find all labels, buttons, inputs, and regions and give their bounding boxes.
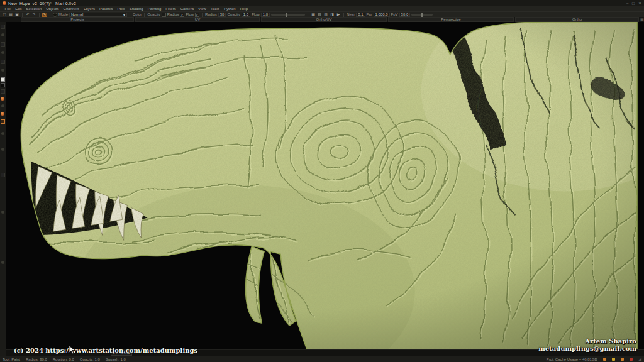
toolbar-separator [343,13,344,17]
tab-projects[interactable]: Projects [21,17,134,22]
swatch-library-icon[interactable] [1,119,5,124]
toolbar-separator [308,13,308,17]
resize-grip-icon[interactable]: ◢ [638,356,641,362]
tool-icon[interactable] [1,25,5,29]
paint-viewport[interactable] [6,22,644,349]
brush-slider[interactable] [271,14,305,16]
flow-label: Flow [252,13,260,16]
symmetry-icon[interactable]: ◨ [330,13,335,17]
mode-label: Mode [58,13,68,16]
layout-grid-icon[interactable]: ▦ [640,17,644,22]
mari-application-window: New_Hope_v2_60(7)* - Mari 6.0v2 – ▢ ✕ Fi… [0,0,644,362]
menu-file[interactable]: File [3,6,13,11]
tab-perspective[interactable]: Perspective [388,17,514,22]
jitter-radius-checkbox[interactable]: ✓ [180,13,184,17]
status-radius: Radius: 30.0 [26,358,47,361]
menu-edit[interactable]: Edit [13,6,24,11]
palette-icon[interactable] [1,97,4,101]
flow-field[interactable]: 1.0 [261,13,270,17]
status-bar: Tool: Paint Radius: 30.0 Rotation: 0.0 O… [0,356,644,362]
brush-tip-swatch[interactable] [53,13,57,17]
menu-tools[interactable]: Tools [208,6,221,11]
color-button[interactable]: Color [133,13,142,16]
jitter-opacity-checkbox[interactable] [162,13,166,17]
near-field[interactable]: 0.1 [356,13,365,17]
near-label: Near [347,13,355,16]
close-button[interactable]: ✕ [638,0,641,6]
menu-view[interactable]: View [196,6,209,11]
menu-python[interactable]: Python [221,6,238,11]
menu-camera[interactable]: Camera [178,6,196,11]
fov-label: FoV [391,13,398,16]
blend-mode-select[interactable]: Normal ▾ [69,13,127,17]
toolbar-separator [202,13,203,17]
tool-icon[interactable] [1,173,5,177]
projection-mode-icon[interactable]: ▦ [311,13,316,17]
tool-icon[interactable] [1,148,4,151]
artist-email: metadumplings@gmail.com [538,345,636,353]
title-bar: New_Hope_v2_60(7)* - Mari 6.0v2 – ▢ ✕ [0,0,644,6]
left-tool-strip [0,22,6,356]
tool-icon[interactable] [1,60,5,64]
toolbar-separator [144,13,145,17]
menu-bar: File Edit Selection Objects Channels Lay… [0,6,644,11]
swap-colors-icon[interactable] [1,89,5,94]
tool-icon[interactable] [1,104,4,107]
new-project-icon[interactable]: ▢ [2,13,7,17]
radius-field[interactable]: 30 [218,13,226,17]
maximize-button[interactable]: ▢ [631,0,635,6]
paint-through-icon[interactable]: ▧ [317,13,322,17]
background-color-swatch[interactable] [1,83,5,87]
radius-label: Radius [205,13,217,16]
tool-icon[interactable] [1,51,4,54]
mari-app-icon [3,1,6,5]
window-title: New_Hope_v2_60(7)* - Mari 6.0v2 [8,1,76,6]
tab-ortho[interactable]: Ortho [515,17,639,22]
tool-icon[interactable] [1,33,4,36]
undo-icon[interactable]: ↶ [25,13,30,17]
paint-tool-icon[interactable]: ✎ [42,13,47,17]
tool-icon[interactable] [1,69,4,72]
menu-layers[interactable]: Layers [81,6,97,11]
view-tab-bar: Projects UV Ortho/UV Perspective Ortho ▦ [0,17,644,22]
color-picker-icon[interactable] [1,112,4,116]
fov-field[interactable]: 30.0 [399,13,411,17]
tab-uv[interactable]: UV [135,17,260,22]
jitter-flow-label: Flow [186,13,194,16]
tool-icon[interactable] [1,211,4,214]
menu-selection[interactable]: Selection [24,6,44,11]
tab-ortho-uv[interactable]: Ortho/UV [261,17,387,22]
fov-slider[interactable] [411,14,433,16]
menu-painting[interactable]: Painting [145,6,164,11]
tool-icon[interactable] [1,42,5,47]
save-icon[interactable]: ▣ [14,13,19,17]
menu-channels[interactable]: Channels [61,6,81,11]
foreground-color-swatch[interactable] [1,77,5,82]
tool-icon[interactable] [1,261,4,264]
menu-shading[interactable]: Shading [127,6,145,11]
status-rotation: Rotation: 0.0 [53,358,74,361]
menu-patches[interactable]: Patches [97,6,115,11]
status-indicator [603,358,606,361]
paint-buffer-icon[interactable]: ▨ [323,13,328,17]
tool-icon[interactable] [1,132,4,135]
minimize-button[interactable]: – [626,0,628,6]
opacity-field[interactable]: 1.0 [242,13,250,17]
open-project-icon[interactable]: ▤ [8,13,13,17]
menu-ptex[interactable]: Ptex [115,6,127,11]
jitter-flow-checkbox[interactable]: ✓ [195,13,199,17]
menu-filters[interactable]: Filters [164,6,178,11]
menu-objects[interactable]: Objects [44,6,61,11]
opacity-label: Opacity [227,13,240,16]
far-label: Far [367,13,372,16]
menu-help[interactable]: Help [238,6,250,11]
play-icon[interactable]: ▶ [336,13,341,17]
status-indicator [621,358,624,361]
creature-artwork [6,22,644,349]
redo-icon[interactable]: ↷ [31,13,36,17]
far-field[interactable]: 1,000.0 [374,13,390,17]
artist-watermark: Artem Shapiro metadumplings@gmail.com [538,337,636,353]
paper-grain [7,22,643,349]
status-indicator [630,358,633,361]
toolbar-separator [22,13,23,17]
